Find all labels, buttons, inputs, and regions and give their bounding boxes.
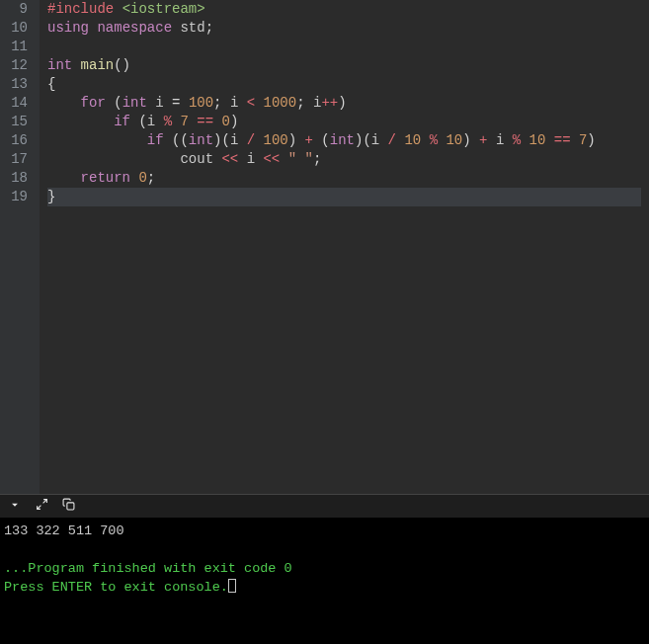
line-number: 13 bbox=[0, 75, 32, 94]
line-number: 19 bbox=[0, 188, 32, 206]
console-blank bbox=[4, 540, 645, 559]
code-line[interactable] bbox=[47, 38, 641, 56]
line-number: 9 bbox=[0, 0, 32, 19]
console-prompt: Press ENTER to exit console. bbox=[4, 578, 645, 597]
code-line[interactable]: #include <iostream> bbox=[47, 0, 641, 19]
console-toolbar bbox=[0, 494, 649, 518]
svg-rect-0 bbox=[67, 503, 74, 510]
code-line[interactable]: for (int i = 100; i < 1000; i++) bbox=[47, 94, 641, 113]
line-number: 11 bbox=[0, 38, 32, 56]
code-area[interactable]: #include <iostream>using namespace std;i… bbox=[40, 0, 649, 494]
code-line[interactable]: } bbox=[47, 188, 641, 206]
console-area[interactable]: 133 322 511 700 ...Program finished with… bbox=[0, 518, 649, 644]
line-number: 18 bbox=[0, 169, 32, 188]
line-number: 14 bbox=[0, 94, 32, 113]
copy-icon[interactable] bbox=[62, 498, 75, 515]
code-line[interactable]: return 0; bbox=[47, 169, 641, 188]
line-gutter: 910111213141516171819 bbox=[0, 0, 40, 494]
code-line[interactable]: { bbox=[47, 75, 641, 94]
line-number: 15 bbox=[0, 113, 32, 131]
code-line[interactable]: if (i % 7 == 0) bbox=[47, 113, 641, 131]
chevron-down-icon[interactable] bbox=[8, 498, 22, 516]
code-line[interactable]: cout << i << " "; bbox=[47, 150, 641, 169]
editor-area[interactable]: 910111213141516171819 #include <iostream… bbox=[0, 0, 649, 494]
line-number: 17 bbox=[0, 150, 32, 169]
console-output: 133 322 511 700 bbox=[4, 522, 645, 540]
code-line[interactable]: using namespace std; bbox=[47, 19, 641, 38]
expand-icon[interactable] bbox=[36, 498, 48, 515]
line-number: 10 bbox=[0, 19, 32, 38]
line-number: 16 bbox=[0, 131, 32, 150]
code-line[interactable]: if ((int)(i / 100) + (int)(i / 10 % 10) … bbox=[47, 131, 641, 150]
code-line[interactable]: int main() bbox=[47, 56, 641, 75]
line-number: 12 bbox=[0, 56, 32, 75]
console-finished: ...Program finished with exit code 0 bbox=[4, 559, 645, 578]
cursor-icon bbox=[228, 579, 236, 593]
